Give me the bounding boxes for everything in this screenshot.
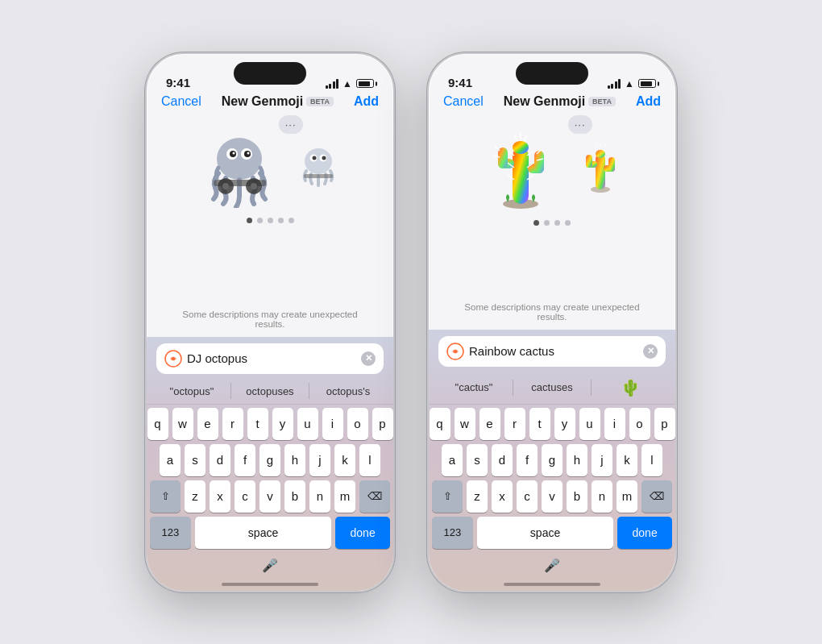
key-s-left[interactable]: s: [185, 444, 206, 476]
add-button-left[interactable]: Add: [354, 94, 379, 109]
search-input-container-left[interactable]: DJ octopus ✕: [156, 343, 384, 374]
status-icons-left: ▲: [326, 78, 374, 89]
key-done-left[interactable]: done: [335, 517, 390, 549]
key-w-left[interactable]: w: [172, 408, 193, 440]
autocomplete-2-right[interactable]: cactuses: [513, 378, 591, 397]
key-j-left[interactable]: j: [309, 444, 330, 476]
key-delete-left[interactable]: ⌫: [359, 480, 390, 513]
key-b-left[interactable]: b: [284, 480, 305, 513]
svg-point-6: [247, 152, 249, 154]
key-b-right[interactable]: b: [567, 480, 587, 513]
clear-button-left[interactable]: ✕: [361, 351, 376, 366]
key-g-right[interactable]: g: [542, 444, 563, 476]
key-l-left[interactable]: l: [359, 444, 380, 476]
key-w-right[interactable]: w: [455, 408, 475, 440]
dot-5-left: [289, 218, 294, 223]
key-c-left[interactable]: c: [235, 480, 255, 513]
key-g-left[interactable]: g: [259, 444, 280, 476]
key-space-left[interactable]: space: [195, 517, 331, 549]
key-delete-right[interactable]: ⌫: [641, 480, 672, 513]
key-shift-right[interactable]: ⇧: [432, 480, 463, 513]
search-input-text-left[interactable]: DJ octopus: [187, 351, 356, 365]
mic-icon-right[interactable]: 🎤: [544, 558, 560, 573]
key-123-right[interactable]: 123: [432, 517, 473, 549]
key-x-left[interactable]: x: [210, 480, 230, 513]
autocomplete-1-right[interactable]: "cactus": [435, 378, 513, 397]
emoji-main-left: [197, 123, 282, 208]
key-e-left[interactable]: e: [197, 408, 218, 440]
key-t-left[interactable]: t: [247, 408, 268, 440]
key-f-left[interactable]: f: [235, 444, 255, 476]
key-d-left[interactable]: d: [210, 444, 230, 476]
more-dots-left[interactable]: ···: [279, 115, 303, 134]
key-i-left[interactable]: i: [322, 408, 343, 440]
key-h-left[interactable]: h: [284, 444, 305, 476]
autocomplete-3-right[interactable]: 🌵: [592, 375, 669, 401]
add-button-right[interactable]: Add: [636, 94, 661, 109]
key-r-left[interactable]: r: [222, 408, 243, 440]
key-z-left[interactable]: z: [185, 480, 206, 513]
nav-title-left: New Genmoji: [222, 94, 303, 109]
key-y-right[interactable]: y: [554, 408, 575, 440]
key-o-right[interactable]: o: [629, 408, 650, 440]
key-a-right[interactable]: a: [442, 444, 463, 476]
autocomplete-2-left[interactable]: octopuses: [231, 382, 309, 401]
key-shift-left[interactable]: ⇧: [150, 480, 181, 513]
key-m-right[interactable]: m: [616, 480, 637, 513]
emoji-secondary-right: [575, 139, 626, 194]
clear-button-right[interactable]: ✕: [643, 344, 658, 359]
key-u-left[interactable]: u: [297, 408, 318, 440]
key-k-left[interactable]: k: [334, 444, 355, 476]
svg-point-11: [251, 183, 257, 189]
key-h-right[interactable]: h: [567, 444, 587, 476]
key-t-right[interactable]: t: [529, 408, 550, 440]
search-input-text-right[interactable]: Rainbow cactus: [469, 344, 638, 358]
key-s-right[interactable]: s: [467, 444, 488, 476]
autocomplete-1-left[interactable]: "octopus": [153, 382, 230, 401]
search-input-container-right[interactable]: Rainbow cactus ✕: [438, 336, 666, 367]
key-e-right[interactable]: e: [480, 408, 500, 440]
autocomplete-3-left[interactable]: octopus's: [309, 382, 387, 401]
key-j-right[interactable]: j: [592, 444, 612, 476]
svg-line-29: [524, 135, 527, 141]
svg-rect-17: [304, 174, 333, 178]
key-d-right[interactable]: d: [492, 444, 513, 476]
mic-icon-left[interactable]: 🎤: [262, 558, 278, 573]
key-r-right[interactable]: r: [504, 408, 525, 440]
cancel-button-left[interactable]: Cancel: [161, 94, 201, 109]
key-space-right[interactable]: space: [477, 517, 613, 549]
key-p-right[interactable]: p: [654, 408, 675, 440]
status-time-left: 9:41: [166, 76, 190, 89]
key-v-left[interactable]: v: [259, 480, 280, 513]
cancel-button-right[interactable]: Cancel: [443, 94, 484, 109]
key-z-right[interactable]: z: [467, 480, 488, 513]
search-row-right: Rainbow cactus ✕: [429, 330, 675, 372]
dot-3-left: [268, 218, 273, 223]
key-l-right[interactable]: l: [641, 444, 662, 476]
key-q-left[interactable]: q: [147, 408, 168, 440]
key-q-right[interactable]: q: [430, 408, 450, 440]
key-y-left[interactable]: y: [272, 408, 293, 440]
key-p-left[interactable]: p: [372, 408, 393, 440]
key-k-right[interactable]: k: [616, 444, 637, 476]
key-u-right[interactable]: u: [579, 408, 600, 440]
key-a-left[interactable]: a: [160, 444, 181, 476]
beta-badge-right: BETA: [588, 97, 616, 106]
key-i-right[interactable]: i: [604, 408, 625, 440]
key-v-right[interactable]: v: [542, 480, 563, 513]
key-c-right[interactable]: c: [517, 480, 538, 513]
key-m-left[interactable]: m: [334, 480, 355, 513]
key-row-2-right: a s d f g h j k l: [432, 444, 672, 476]
more-dots-right[interactable]: ···: [568, 115, 592, 134]
key-x-right[interactable]: x: [492, 480, 513, 513]
key-n-right[interactable]: n: [592, 480, 612, 513]
wifi-icon-left: ▲: [342, 78, 352, 89]
battery-left: [356, 79, 374, 88]
key-123-left[interactable]: 123: [150, 517, 191, 549]
key-done-right[interactable]: done: [617, 517, 672, 549]
key-n-left[interactable]: n: [309, 480, 330, 513]
key-f-right[interactable]: f: [517, 444, 538, 476]
key-row-1-left: q w e r t y u i o p: [150, 408, 390, 440]
svg-rect-46: [608, 157, 615, 172]
key-o-left[interactable]: o: [347, 408, 368, 440]
